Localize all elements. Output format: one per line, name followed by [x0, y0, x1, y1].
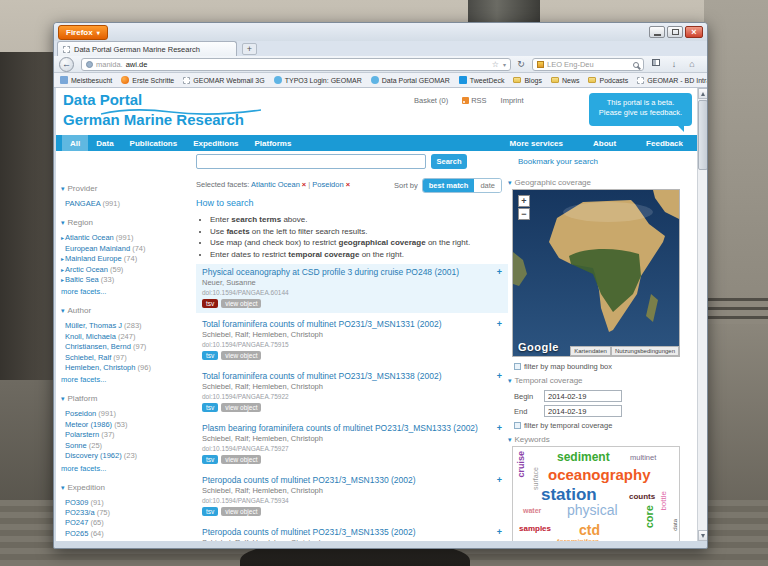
result-title-link[interactable]: Pteropoda counts of multinet PO231/3_MSN… — [202, 527, 416, 538]
facet-item[interactable]: European Mainland (74) — [61, 244, 193, 254]
result-title-link[interactable]: Total foraminifera counts of multinet PO… — [202, 371, 442, 382]
rss-link[interactable]: RSS — [462, 96, 486, 105]
facet-link[interactable]: Knoll, Michaela — [65, 332, 116, 341]
page-scrollbar[interactable] — [697, 88, 707, 541]
facet-link[interactable]: Christiansen, Bernd — [65, 342, 131, 351]
facet-link[interactable]: Hemleben, Christoph — [65, 363, 135, 372]
result-doi[interactable]: doi:10.1594/PANGAEA.75922 — [202, 392, 502, 401]
facet-header[interactable]: ▾Region — [61, 218, 193, 227]
file-type-badge[interactable]: tsv — [202, 507, 218, 516]
site-logo[interactable]: Data Portal German Marine Research — [63, 91, 244, 128]
expand-icon[interactable]: + — [497, 475, 502, 486]
google-map[interactable]: + − Google Kartendaten Nutzungsbedingung… — [512, 189, 680, 357]
facet-item[interactable]: PO202/1c (62) — [61, 539, 193, 541]
keyword-cruise[interactable]: cruise — [517, 451, 526, 478]
scroll-down-button[interactable] — [698, 530, 707, 541]
keyword-oceanography[interactable]: oceanography — [548, 467, 651, 482]
keyword-water[interactable]: water — [523, 507, 541, 514]
facet-link[interactable]: Baltic Sea — [65, 275, 99, 284]
end-date-input[interactable] — [544, 405, 622, 417]
facet-link[interactable]: Müller, Thomas J — [65, 321, 122, 330]
more-facets-link[interactable]: more facets... — [61, 286, 193, 297]
search-input[interactable] — [196, 154, 426, 169]
result-title-link[interactable]: Total foraminifera counts of multinet PO… — [202, 319, 442, 330]
facet-item[interactable]: ▸Atlantic Ocean (991) — [61, 233, 193, 243]
file-type-badge[interactable]: tsv — [202, 351, 218, 360]
facet-item[interactable]: Knoll, Michaela (247) — [61, 332, 193, 342]
facet-link[interactable]: Sonne — [65, 441, 87, 450]
basket-link[interactable]: Basket (0) — [414, 96, 448, 105]
file-type-badge[interactable]: tsv — [202, 403, 218, 412]
expand-icon[interactable]: + — [497, 423, 502, 434]
tab-publications[interactable]: Publications — [122, 135, 186, 151]
nav-feedback[interactable]: Feedback — [638, 139, 691, 148]
keyword-foraminifera[interactable]: foraminifera — [557, 538, 599, 541]
keyword-core[interactable]: core — [644, 505, 655, 528]
sort-date-button[interactable]: date — [474, 179, 501, 192]
view-object-badge[interactable]: view object — [221, 507, 261, 516]
facet-item[interactable]: ▸Arctic Ocean (59) — [61, 265, 193, 275]
facet-link[interactable]: Arctic Ocean — [65, 265, 108, 274]
selected-facet[interactable]: Poseidon× — [312, 180, 350, 189]
bookmark-item[interactable]: Podcasts — [588, 76, 628, 84]
tab-data[interactable]: Data — [88, 135, 121, 151]
bookmark-item[interactable]: TYPO3 Login: GEOMAR — [274, 76, 362, 84]
facet-header[interactable]: ▾Expedition — [61, 483, 193, 492]
facet-link[interactable]: PANGAEA — [65, 199, 100, 208]
title-bar[interactable]: Firefox ▾ × — [54, 23, 707, 41]
keyword-bottle[interactable]: bottle — [660, 491, 668, 511]
facet-item[interactable]: Meteor (1986) (53) — [61, 420, 193, 430]
expand-icon[interactable]: + — [497, 371, 502, 382]
view-object-badge[interactable]: view object — [221, 455, 261, 464]
expand-icon[interactable]: + — [497, 267, 502, 278]
keyword-station[interactable]: station — [541, 486, 597, 503]
selected-facet-label[interactable]: Poseidon — [312, 180, 343, 189]
tab-expeditions[interactable]: Expeditions — [185, 135, 246, 151]
facet-link[interactable]: Discovery (1962) — [65, 451, 122, 460]
keyword-counts[interactable]: counts — [629, 493, 655, 501]
facet-link[interactable]: PO265 — [65, 529, 88, 538]
bookmark-star-icon[interactable]: ☆ — [492, 60, 499, 70]
zoom-in-button[interactable]: + — [518, 195, 530, 207]
tab-all[interactable]: All — [62, 135, 88, 151]
facet-link[interactable]: Atlantic Ocean — [65, 233, 114, 242]
nav-more-services[interactable]: More services — [502, 139, 571, 148]
facet-item[interactable]: Poseidon (991) — [61, 409, 193, 419]
bookmark-item[interactable]: Erste Schritte — [121, 76, 174, 84]
more-facets-link[interactable]: more facets... — [61, 463, 193, 474]
result-doi[interactable]: doi:10.1594/PANGAEA.60144 — [202, 288, 502, 297]
search-engine-icon[interactable] — [537, 61, 544, 68]
keyword-physical[interactable]: physical — [567, 503, 618, 517]
facet-item[interactable]: Müller, Thomas J (283) — [61, 321, 193, 331]
facet-link[interactable]: PO247 — [65, 518, 88, 527]
facet-link[interactable]: PO309 — [65, 498, 88, 507]
close-button[interactable]: × — [685, 26, 703, 38]
firefox-menu-button[interactable]: Firefox ▾ — [58, 25, 108, 40]
facet-item[interactable]: PO265 (64) — [61, 529, 193, 539]
bookmark-item[interactable]: News — [551, 76, 580, 84]
facet-link[interactable]: Polarstern — [65, 430, 99, 439]
result-title-link[interactable]: Plasm bearing foraminifera counts of mul… — [202, 423, 478, 434]
facet-item[interactable]: ▸Mainland Europe (74) — [61, 254, 193, 264]
geographic-coverage-header[interactable]: ▾ Geographic coverage — [508, 178, 694, 187]
result-doi[interactable]: doi:10.1594/PANGAEA.75934 — [202, 496, 502, 505]
begin-date-input[interactable] — [544, 390, 622, 402]
facet-link[interactable]: PO233/a — [65, 508, 95, 517]
keyword-data[interactable]: data — [672, 519, 678, 531]
sort-best-match-button[interactable]: best match — [423, 179, 475, 192]
temporal-filter-checkbox[interactable] — [514, 422, 521, 429]
expand-icon[interactable]: + — [497, 319, 502, 330]
facet-item[interactable]: Hemleben, Christoph (96) — [61, 363, 193, 373]
map-filter-checkbox[interactable] — [514, 363, 521, 370]
facet-item[interactable]: PO309 (91) — [61, 498, 193, 508]
maximize-button[interactable] — [667, 26, 683, 38]
keyword-samples[interactable]: samples — [519, 525, 551, 533]
nav-about[interactable]: About — [585, 139, 624, 148]
remove-facet-icon[interactable]: × — [346, 180, 350, 189]
keywords-header[interactable]: ▾ Keywords — [508, 435, 550, 444]
selected-facet-label[interactable]: Atlantic Ocean — [251, 180, 300, 189]
facet-link[interactable]: PO202/1c — [65, 539, 98, 541]
facet-item[interactable]: ▸Baltic Sea (33) — [61, 275, 193, 285]
facet-item[interactable]: PANGAEA (991) — [61, 199, 193, 209]
bookmark-item[interactable]: Meistbesucht — [60, 76, 112, 84]
